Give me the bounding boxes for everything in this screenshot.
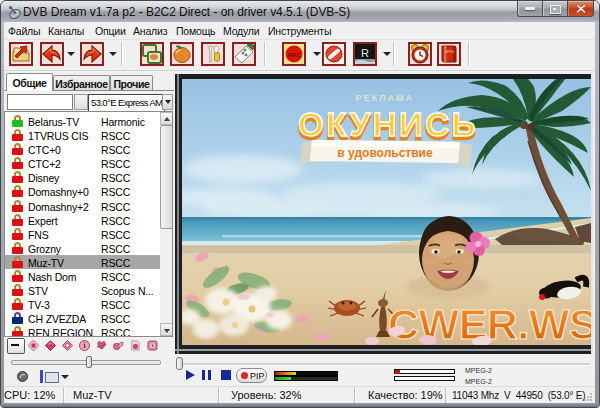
svg-text:EPG: EPG [446, 49, 454, 54]
svg-text:i: i [83, 341, 85, 350]
svg-text:ОКУНИСЬ: ОКУНИСЬ [298, 106, 478, 143]
svg-text:REC: REC [288, 52, 301, 58]
svg-text:в удовольствие: в удовольствие [337, 146, 433, 160]
svg-text:R: R [361, 47, 369, 59]
svg-text:РЕКЛАМА: РЕКЛАМА [356, 93, 414, 103]
